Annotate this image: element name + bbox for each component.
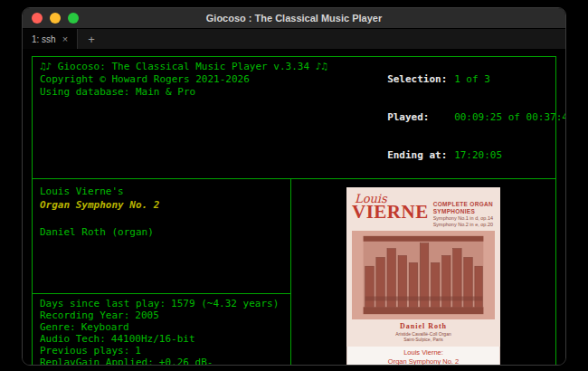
album-cover: Louis VIERNE COMPLETE ORGAN SYMPHONIES S… (346, 187, 500, 347)
album-performer-block: Daniel Roth Aristide Cavaillé-Coll Organ… (352, 322, 495, 342)
stat-row: Audio Tech:44100Hz/16-bit (40, 333, 283, 345)
album-caption-line1: Louis Vierne: (347, 348, 499, 357)
composer-line: Louis Vierne's (40, 185, 283, 198)
stats-panel: Days since last play:1579 (~4.32 years) … (33, 293, 290, 366)
stat-value: 1579 (~4.32 years) (171, 298, 279, 309)
zoom-window-button[interactable] (68, 13, 79, 24)
tab-close-icon[interactable]: × (62, 33, 68, 44)
stat-row: Days since last play:1579 (~4.32 years) (40, 298, 283, 309)
ending-row: Ending at:17:20:05 (327, 137, 566, 175)
stat-label: Genre: (40, 321, 76, 333)
now-playing-panel: Louis Vierne's Organ Symphony No. 2 Dani… (33, 179, 291, 366)
album-title-block: COMPLETE ORGAN SYMPHONIES Symphony No.1 … (433, 193, 495, 228)
app-version-line: ♫♪ Giocoso: The Classical Music Player v… (40, 61, 327, 73)
stat-label: ReplayGain Applied: (40, 357, 154, 366)
stat-row: ReplayGain Applied:+0.26 dB- (40, 357, 283, 366)
database-line: Using database: Main & Pro (40, 86, 327, 99)
terminal-window: Giocoso : The Classical Music Player 1: … (22, 7, 566, 366)
album-artist-last-name: VIERNE (352, 203, 429, 222)
stat-row: Genre:Keyboard (40, 321, 283, 333)
work-title: Organ Symphony No. 2 (40, 198, 283, 212)
selection-label: Selection: (387, 73, 454, 86)
stat-value: 2005 (135, 309, 159, 321)
played-value: 00:09:25 of 00:37:47 (454, 111, 566, 123)
track-info: Louis Vierne's Organ Symphony No. 2 Dani… (33, 179, 290, 293)
copyright-line: Copyright © Howard Rogers 2021-2026 (40, 73, 327, 86)
stat-label: Recording Year: (40, 309, 129, 321)
close-window-button[interactable] (32, 13, 43, 24)
stat-label: Previous plays: (40, 345, 129, 357)
album-performer-name: Daniel Roth (352, 322, 495, 331)
performer-line: Daniel Roth (organ) (40, 225, 283, 239)
selection-value: 1 of 3 (454, 73, 490, 85)
traffic-lights (23, 13, 79, 24)
stat-row: Previous plays:1 (40, 345, 283, 357)
tab-label: 1: ssh (32, 34, 56, 44)
tab-ssh[interactable]: 1: ssh × (23, 29, 78, 49)
album-art: Louis VIERNE COMPLETE ORGAN SYMPHONIES S… (346, 187, 500, 366)
played-label: Played: (387, 111, 454, 124)
album-cover-head: Louis VIERNE COMPLETE ORGAN SYMPHONIES S… (352, 193, 495, 228)
header-panel: ♫♪ Giocoso: The Classical Music Player v… (32, 56, 556, 179)
album-artist-block: Louis VIERNE (352, 193, 429, 222)
album-location-line: Saint-Sulpice, Paris (352, 337, 495, 342)
ending-label: Ending at: (387, 149, 454, 162)
stat-label: Days since last play: (40, 298, 166, 309)
main-panel: Louis Vierne's Organ Symphony No. 2 Dani… (32, 178, 556, 366)
album-title: COMPLETE ORGAN SYMPHONIES (433, 201, 495, 215)
album-caption: Louis Vierne: Organ Symphony No. 2 (346, 347, 500, 366)
stat-row: Recording Year:2005 (40, 309, 283, 321)
stat-value: 1 (135, 345, 141, 357)
organ-pipes-image (352, 231, 495, 319)
tab-bar: 1: ssh × + (23, 28, 565, 49)
header-right: Selection:1 of 3 Played:00:09:25 of 00:3… (327, 61, 566, 175)
selection-row: Selection:1 of 3 (327, 61, 566, 99)
stat-value: Keyboard (81, 321, 129, 333)
minimize-window-button[interactable] (50, 13, 61, 24)
played-row: Played:00:09:25 of 00:37:47 (327, 99, 566, 137)
titlebar: Giocoso : The Classical Music Player (23, 8, 565, 28)
terminal-content: ♫♪ Giocoso: The Classical Music Player v… (23, 49, 565, 366)
window-title: Giocoso : The Classical Music Player (23, 13, 565, 24)
header-left: ♫♪ Giocoso: The Classical Music Player v… (40, 61, 327, 175)
album-subtitle-2: Symphony No.2 in e, op.20 (433, 222, 495, 228)
album-subtitle-1: Symphony No.1 in d, op.14 (433, 215, 495, 222)
ending-value: 17:20:05 (454, 149, 502, 161)
stat-value: +0.26 dB- (159, 357, 213, 366)
stat-label: Audio Tech: (40, 333, 106, 345)
stat-value: 44100Hz/16-bit (111, 333, 195, 345)
album-art-panel: Louis VIERNE COMPLETE ORGAN SYMPHONIES S… (291, 179, 555, 366)
new-tab-button[interactable]: + (78, 29, 105, 49)
album-caption-line2: Organ Symphony No. 2 (347, 357, 499, 366)
